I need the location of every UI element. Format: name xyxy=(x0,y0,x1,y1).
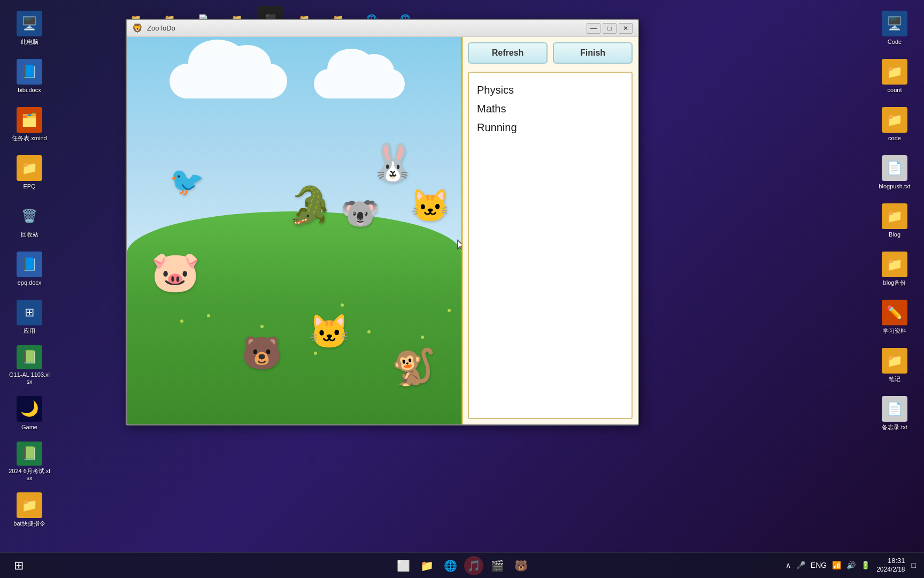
taskbar-center: ⬜ 📁 🌐 🎵 🎬 🐻 xyxy=(394,556,530,575)
todo-item-running[interactable]: Running xyxy=(477,118,623,137)
taskbar-file-explorer[interactable]: 📁 xyxy=(417,556,436,575)
start-button[interactable]: ⊞ xyxy=(8,556,29,575)
desktop-icon-notes[interactable]: 📁 笔记 xyxy=(871,343,919,388)
taskbar-chrome[interactable]: 🌐 xyxy=(441,556,460,575)
animal-yellow-cat: 🐱 xyxy=(410,187,450,225)
title-bar[interactable]: 🦁 ZooToDo — □ ✕ xyxy=(127,20,638,37)
desktop-icon-recycle[interactable]: 🗑️ 回收站 xyxy=(5,198,53,244)
desktop-icon-blog[interactable]: 📁 Blog xyxy=(871,198,919,244)
taskbar-video[interactable]: 🎬 xyxy=(488,556,507,575)
desktop-icon-task-xmind[interactable]: 🗂️ 任务表.xmind xyxy=(5,102,53,147)
desktop-icon-apps[interactable]: ⊞ 应用 xyxy=(5,294,53,340)
tray-mic[interactable]: 🎤 xyxy=(796,561,805,569)
desktop-icon-bat[interactable]: 📁 bat快捷指令 xyxy=(5,487,53,533)
close-button[interactable]: ✕ xyxy=(619,23,633,34)
taskbar-bear[interactable]: 🐻 xyxy=(511,556,530,575)
animal-brown-bear: 🐻 xyxy=(242,334,282,372)
taskbar-spotify[interactable]: 🎵 xyxy=(464,556,483,575)
desktop-icon-blog-backup[interactable]: 📁 blog备份 xyxy=(871,246,919,292)
animal-pig: 🐷 xyxy=(151,248,200,295)
window-content: 🐦 🐰 🐱 🐊 🐨 xyxy=(127,37,638,424)
tray-lang[interactable]: ENG xyxy=(811,561,827,569)
refresh-button[interactable]: Refresh xyxy=(468,42,548,64)
animal-koala: 🐨 xyxy=(341,195,379,231)
minimize-button[interactable]: — xyxy=(587,23,600,34)
animals-layer: 🐦 🐰 🐱 🐊 🐨 xyxy=(127,37,461,424)
desktop-icon-code-folder[interactable]: 📁 code xyxy=(871,102,919,147)
tray-wifi[interactable]: 📶 xyxy=(832,561,841,569)
desktop-icon-blogpush[interactable]: 📄 blogpush.txt xyxy=(871,150,919,195)
desktop-icon-g11-xlsx[interactable]: 📗 G11-AL 1103.xlsx xyxy=(5,343,53,388)
desktop-icon-code[interactable]: 🖥️ Code xyxy=(871,5,919,51)
finish-button[interactable]: Finish xyxy=(553,42,633,64)
tray-volume[interactable]: 🔊 xyxy=(846,561,856,569)
desktop-left-icons: 🖥️ 此电脑 📘 bibi.docx 🗂️ 任务表.xmind 📁 EPQ 🗑️… xyxy=(0,0,118,578)
app-window: 🦁 ZooToDo — □ ✕ xyxy=(126,19,639,425)
taskbar-task-view[interactable]: ⬜ xyxy=(394,556,413,575)
animal-white-cat: 🐱 xyxy=(309,313,350,351)
animal-crocodile: 🐊 xyxy=(287,184,333,227)
todo-list: Physics Maths Running xyxy=(468,72,633,419)
desktop-icon-study[interactable]: ✏️ 学习资料 xyxy=(871,294,919,340)
panel-buttons: Refresh Finish xyxy=(468,42,633,64)
clock-time: 18:31 xyxy=(876,557,905,566)
taskbar-right: ∧ 🎤 ENG 📶 🔊 🔋 18:31 2024/2/18 □ xyxy=(786,557,916,574)
window-controls: — □ ✕ xyxy=(587,23,633,34)
animal-monkey: 🐒 xyxy=(391,346,435,387)
animal-rabbit: 🐰 xyxy=(370,141,415,184)
right-panel: Refresh Finish Physics Maths Running xyxy=(461,37,638,424)
system-tray: ∧ 🎤 ENG 📶 🔊 🔋 xyxy=(786,561,870,569)
desktop-icon-count[interactable]: 📁 count xyxy=(871,54,919,99)
todo-item-maths[interactable]: Maths xyxy=(477,100,623,118)
desktop-icon-epq-docx[interactable]: 📘 epq.docx xyxy=(5,246,53,292)
desktop: 📁 📁 📄 📁 ⬛ 📁 📁 🌐 🌐 🖥️ 此电脑 📘 bibi.docx 🗂️ … xyxy=(0,0,924,578)
animal-duck: 🐦 xyxy=(170,165,204,198)
desktop-icon-memo[interactable]: 📄 备忘录.txt xyxy=(871,391,919,436)
app-title: ZooToDo xyxy=(147,24,587,32)
desktop-icon-epq[interactable]: 📁 EPQ xyxy=(5,150,53,195)
desktop-icon-bibi[interactable]: 📘 bibi.docx xyxy=(5,54,53,99)
app-icon: 🦁 xyxy=(132,23,143,34)
desktop-icon-june-xlsx[interactable]: 📗 2024 6月考试.xlsx xyxy=(5,439,53,484)
desktop-right-icons: 🖥️ Code 📁 count 📁 code 📄 blogpush.txt 📁 … xyxy=(817,0,924,551)
tray-up-arrow[interactable]: ∧ xyxy=(786,561,791,569)
clock-date: 2024/2/18 xyxy=(876,566,905,574)
game-area: 🐦 🐰 🐱 🐊 🐨 xyxy=(127,37,461,424)
taskbar-clock[interactable]: 18:31 2024/2/18 xyxy=(876,557,905,574)
notification-button[interactable]: □ xyxy=(912,561,916,569)
desktop-icon-computer[interactable]: 🖥️ 此电脑 xyxy=(5,5,53,51)
maximize-button[interactable]: □ xyxy=(603,23,617,34)
desktop-icon-game[interactable]: 🌙 Game xyxy=(5,391,53,436)
todo-item-physics[interactable]: Physics xyxy=(477,81,623,100)
taskbar: ⊞ ⬜ 📁 🌐 🎵 🎬 🐻 ∧ 🎤 ENG 📶 🔊 🔋 18:31 20 xyxy=(0,552,924,578)
tray-battery[interactable]: 🔋 xyxy=(861,561,870,569)
